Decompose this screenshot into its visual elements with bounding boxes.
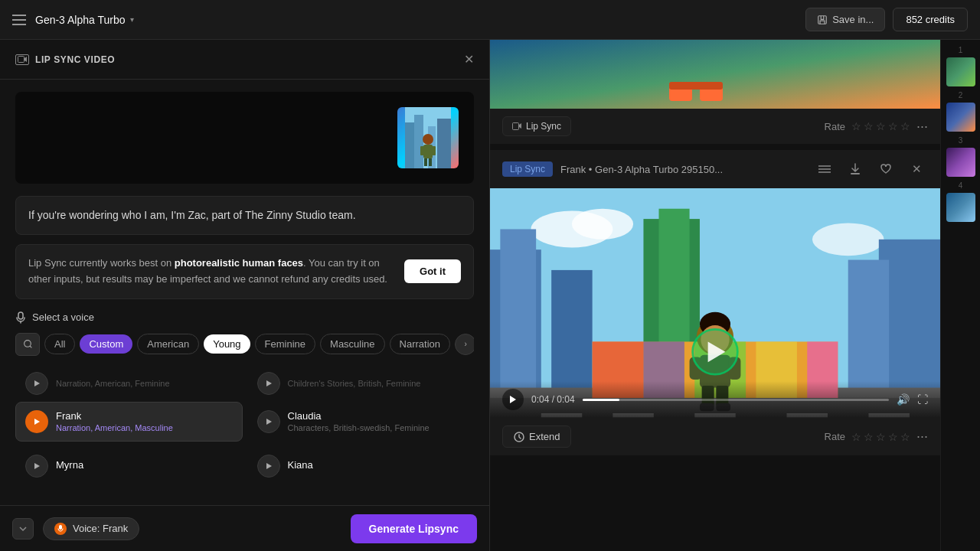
svg-rect-11 bbox=[424, 158, 427, 166]
play-frank-button[interactable] bbox=[25, 410, 48, 433]
v-star-5: ☆ bbox=[900, 431, 910, 443]
voice-prev-item-2[interactable]: Children's Stories, British, Feminine bbox=[247, 365, 475, 402]
top-stars[interactable]: ☆ ☆ ☆ ☆ ☆ bbox=[851, 120, 910, 132]
svg-marker-69 bbox=[510, 396, 516, 403]
thumb-img-3[interactable] bbox=[946, 148, 975, 177]
top-lip-sync-label: Lip Sync bbox=[526, 121, 561, 132]
progress-bar[interactable] bbox=[583, 399, 889, 401]
voice-prev-item-1[interactable]: Narration, American, Feminine bbox=[15, 365, 243, 402]
filter-masculine[interactable]: Masculine bbox=[320, 334, 385, 354]
video-preview bbox=[15, 92, 474, 184]
text-input[interactable]: If you're wondering who I am, I'm Zac, p… bbox=[15, 196, 474, 235]
menu-list-button[interactable] bbox=[813, 158, 836, 181]
right-main: Lip Sync Rate ☆ ☆ ☆ ☆ ☆ ··· bbox=[490, 40, 940, 551]
thumb-item-4[interactable]: 4 bbox=[946, 181, 975, 222]
kiana-info: Kiana bbox=[288, 459, 313, 472]
voice-item-frank[interactable]: Frank Narration, American, Masculine bbox=[15, 402, 243, 442]
thumb-item-3[interactable]: 3 bbox=[946, 136, 975, 177]
warning-banner: Lip Sync currently works best on photore… bbox=[15, 244, 474, 299]
panel-header: LIP SYNC VIDEO ✕ bbox=[0, 40, 489, 80]
svg-point-15 bbox=[24, 341, 31, 347]
video-title-text: Frank • Gen-3 Alpha Turbo 295150... bbox=[560, 164, 723, 175]
got-it-button[interactable]: Got it bbox=[404, 259, 461, 283]
voice-prev-2-info: Children's Stories, British, Feminine bbox=[288, 379, 421, 388]
bottom-left: Voice: Frank bbox=[12, 517, 139, 540]
thumb-img-1[interactable] bbox=[946, 57, 975, 86]
filter-all[interactable]: All bbox=[44, 334, 75, 354]
filter-custom[interactable]: Custom bbox=[80, 334, 132, 354]
myrna-info: Myrna bbox=[56, 459, 83, 472]
play-prev-2-button[interactable] bbox=[257, 372, 280, 395]
play-pause-button[interactable] bbox=[502, 389, 524, 410]
voice-item-myrna[interactable]: Myrna bbox=[15, 446, 243, 486]
top-media-image bbox=[490, 40, 940, 109]
star-3: ☆ bbox=[876, 120, 886, 132]
voice-badge[interactable]: Voice: Frank bbox=[43, 517, 139, 540]
filter-young[interactable]: Young bbox=[204, 334, 250, 354]
thumb-num-3: 3 bbox=[959, 136, 963, 145]
frank-tags: Narration, American, Masculine bbox=[56, 423, 173, 432]
svg-marker-16 bbox=[34, 380, 40, 386]
video-more-button[interactable]: ··· bbox=[916, 429, 928, 445]
voice-item-kiana[interactable]: Kiana bbox=[247, 446, 475, 486]
top-more-button[interactable]: ··· bbox=[916, 119, 928, 135]
download-button[interactable] bbox=[844, 158, 867, 181]
thumb-num-2: 2 bbox=[959, 91, 963, 99]
play-prev-1-button[interactable] bbox=[25, 372, 48, 395]
top-lip-sync-badge[interactable]: Lip Sync bbox=[502, 116, 571, 136]
voice-grid: Frank Narration, American, Masculine Cla… bbox=[15, 402, 474, 486]
credits-button[interactable]: 852 credits bbox=[893, 8, 968, 31]
filter-american[interactable]: American bbox=[137, 334, 199, 354]
hamburger-icon[interactable] bbox=[12, 15, 26, 25]
video-card-header: Lip Sync Frank • Gen-3 Alpha Turbo 29515… bbox=[490, 150, 940, 188]
panel-close-button[interactable]: ✕ bbox=[464, 52, 474, 67]
thumb-item-2[interactable]: 2 bbox=[946, 91, 975, 132]
frank-name: Frank bbox=[56, 410, 173, 422]
v-star-4: ☆ bbox=[888, 431, 898, 443]
top-card-footer: Lip Sync Rate ☆ ☆ ☆ ☆ ☆ ··· bbox=[490, 109, 940, 144]
favorite-button[interactable] bbox=[874, 158, 897, 181]
voice-item-claudia[interactable]: Claudia Characters, British-swedish, Fem… bbox=[247, 402, 475, 442]
play-myrna-button[interactable] bbox=[25, 455, 48, 478]
frank-info: Frank Narration, American, Masculine bbox=[56, 410, 173, 432]
svg-marker-21 bbox=[266, 463, 272, 469]
svg-rect-13 bbox=[18, 312, 23, 319]
topbar-left: Gen-3 Alpha Turbo ▾ bbox=[12, 14, 134, 26]
app-name[interactable]: Gen-3 Alpha Turbo ▾ bbox=[35, 14, 134, 26]
thumb-img-4[interactable] bbox=[946, 193, 975, 222]
play-kiana-button[interactable] bbox=[257, 455, 280, 478]
v-star-2: ☆ bbox=[864, 431, 874, 443]
claudia-info: Claudia Characters, British-swedish, Fem… bbox=[288, 410, 430, 432]
svg-rect-6 bbox=[437, 119, 451, 168]
warning-text: Lip Sync currently works best on photore… bbox=[28, 256, 395, 288]
preview-thumbnail bbox=[397, 107, 459, 168]
generate-button[interactable]: Generate Lipsync bbox=[351, 514, 478, 543]
star-4: ☆ bbox=[888, 120, 898, 132]
volume-icon[interactable]: 🔊 bbox=[897, 393, 910, 406]
collapse-button[interactable] bbox=[12, 518, 34, 540]
left-panel: LIP SYNC VIDEO ✕ bbox=[0, 40, 490, 551]
filter-feminine[interactable]: Feminine bbox=[255, 334, 315, 354]
claudia-name: Claudia bbox=[288, 410, 430, 422]
voice-filters: All Custom American Young Feminine Mascu… bbox=[15, 333, 474, 356]
save-button[interactable]: Save in... bbox=[805, 8, 885, 31]
thumb-img-2[interactable] bbox=[946, 103, 975, 132]
fullscreen-icon[interactable]: ⛶ bbox=[917, 393, 928, 406]
filter-narration[interactable]: Narration bbox=[390, 334, 450, 354]
voice-search-button[interactable] bbox=[15, 333, 40, 356]
text-input-value: If you're wondering who I am, I'm Zac, p… bbox=[28, 209, 356, 221]
v-star-3: ☆ bbox=[876, 431, 886, 443]
close-video-button[interactable]: ✕ bbox=[905, 158, 928, 181]
progress-fill bbox=[583, 399, 619, 401]
extend-button[interactable]: Extend bbox=[502, 425, 571, 448]
claudia-tags: Characters, British-swedish, Feminine bbox=[288, 423, 430, 432]
video-stars[interactable]: ☆ ☆ ☆ ☆ ☆ bbox=[851, 431, 910, 443]
chevron-down-icon: ▾ bbox=[130, 15, 134, 24]
play-claudia-button[interactable] bbox=[257, 410, 280, 433]
video-player: 0:04 / 0:04 🔊 ⛶ bbox=[490, 188, 940, 418]
filter-scroll-right-button[interactable]: › bbox=[455, 334, 474, 355]
svg-rect-4 bbox=[414, 115, 423, 168]
warning-plain: Lip Sync currently works best on bbox=[28, 257, 175, 269]
extend-label: Extend bbox=[529, 431, 560, 442]
thumb-item-1[interactable]: 1 bbox=[946, 46, 975, 86]
